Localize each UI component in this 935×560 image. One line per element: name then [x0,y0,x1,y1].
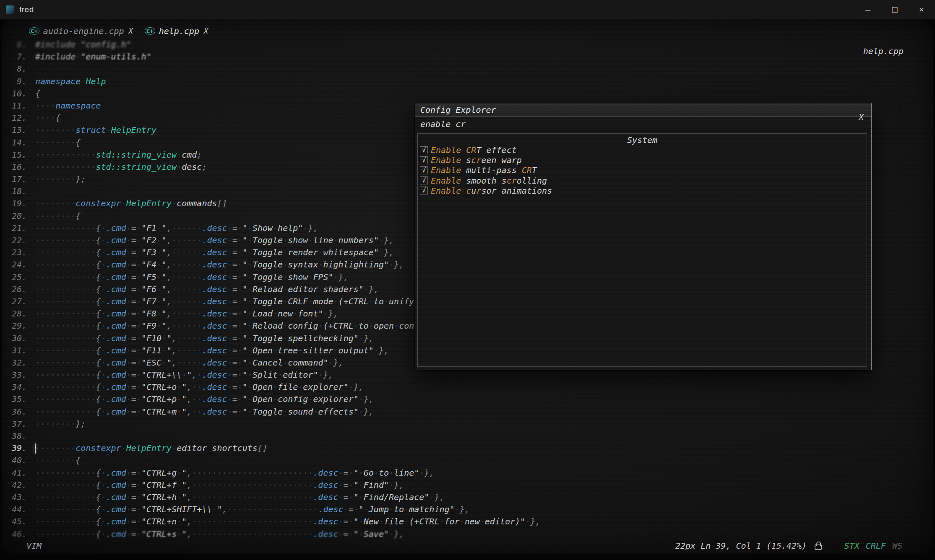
close-icon[interactable]: X [859,112,864,122]
line-number: 6. [2,39,31,51]
code-token: { [76,137,81,148]
code-token: = [131,272,136,282]
code-token: · [101,468,106,478]
checkbox-checked-icon[interactable]: √ [420,146,428,154]
code-token: }, [364,394,374,404]
code-token: · [369,296,374,306]
code-token: · [106,125,111,135]
code-token: · [247,394,253,404]
code-token: ······ [172,272,202,282]
code-token: " [161,309,167,319]
code-token: · [126,333,131,343]
code-token: "CTRL+m [141,407,177,417]
code-token: · [136,223,141,233]
code-token: ···· [35,113,55,123]
code-token: ······ [172,235,202,245]
code-token: · [126,492,131,502]
code-line[interactable]: 8. [2,63,933,75]
code-line[interactable]: 44.············{·.cmd·=·"CTRL+SHIFT+\\·"… [2,503,933,516]
tab-audio-engine.cpp[interactable]: C+audio-engine.cppX [29,26,133,36]
code-line[interactable]: 34.············{·.cmd·=·"CTRL+o·",··.des… [2,381,933,393]
code-text: #include·"enum-utils.h" [31,51,151,63]
code-line[interactable]: 39.········constexpr·HelpEntry·editor_sh… [2,442,933,454]
code-token: ············ [35,504,96,514]
code-token: { [96,504,101,514]
code-token: { [96,382,101,392]
code-line[interactable]: 43.············{·.cmd·=·"CTRL+h·",······… [2,491,933,503]
config-option[interactable]: √Enable screen warp [418,155,867,165]
option-label-part: Enable [431,145,461,155]
code-token: · [339,480,344,490]
minimize-button[interactable]: – [854,0,881,19]
code-token: · [227,345,232,355]
code-line[interactable]: 42.············{·.cmd·=·"CTRL+f·",······… [2,479,933,491]
code-line[interactable]: 46.············{·.cmd·=·"CTRL+s·",······… [2,528,933,540]
code-token: .desc [202,345,227,355]
maximize-button[interactable]: □ [881,0,908,19]
close-button[interactable]: × [908,0,935,19]
code-line[interactable]: 38. [2,430,933,442]
code-token: " [242,370,247,380]
checkbox-checked-icon[interactable]: √ [420,166,428,174]
code-token: · [136,370,141,380]
code-token: ························ [192,529,313,539]
code-token: (+CTRL [339,296,369,306]
code-token: ·· [192,394,202,404]
code-line[interactable]: 45.············{·.cmd·=·"CTRL+n·",······… [2,516,933,528]
code-token: · [237,309,242,319]
code-token: "CTRL+f [141,480,177,490]
code-line[interactable]: 7.#include·"enum-utils.h" [2,51,933,63]
code-token: · [389,504,394,514]
code-token: ······ [172,223,202,233]
code-text: ············std::string_view·cmd; [31,149,202,161]
code-text: ············{·.cmd·=·"F8·",······.desc·=… [31,308,339,320]
config-option[interactable]: √Enable cursor animations [418,186,867,196]
option-label-part: T [532,165,537,175]
config-search-input[interactable] [420,119,866,129]
code-token: · [227,382,232,392]
code-token: file [278,382,298,392]
code-line[interactable]: 41.············{·.cmd·=·"CTRL+g·",······… [2,467,933,479]
code-line[interactable]: 33.············{·.cmd·=·"CTRL+\\·",·.des… [2,369,933,381]
code-line[interactable]: 10.{ [2,88,933,100]
checkbox-checked-icon[interactable]: √ [420,176,428,184]
code-token: · [283,247,288,257]
line-number: 16. [2,161,31,173]
option-label-part: sor animations [481,186,552,196]
tab-close-icon[interactable]: X [204,27,208,35]
code-token: · [126,480,131,490]
code-token: · [308,272,313,282]
checkbox-checked-icon[interactable]: √ [420,187,428,194]
tab-close-icon[interactable]: X [129,27,133,35]
code-token: "F7 [141,296,156,306]
checkbox-checked-icon[interactable]: √ [420,156,428,164]
code-token: ····· [177,345,202,355]
code-token: explorer" [313,394,358,404]
code-token: " [242,407,247,417]
option-label-part: CR [522,165,532,175]
code-token: · [101,480,106,490]
code-line[interactable]: 9.namespace·Help [2,75,933,88]
code-token: }, [339,272,349,282]
code-line[interactable]: 36.············{·.cmd·=·"CTRL+m·",··.des… [2,406,933,418]
code-line[interactable]: 35.············{·.cmd·=·"CTRL+p·",··.des… [2,393,933,405]
status-flag-stx: STX [844,541,859,551]
code-token: .desc [313,492,338,502]
option-label-part: Enable [431,176,461,186]
tab-help.cpp[interactable]: C+help.cppX [145,26,208,36]
code-line[interactable]: 40.········{ [2,454,933,467]
line-number: 28. [2,308,31,320]
code-token: · [247,235,253,245]
code-text: ····namespace [31,100,101,112]
config-option[interactable]: √Enable multi-pass CRT [418,165,867,175]
code-line[interactable]: 37.········}; [2,418,933,430]
code-token: · [308,394,313,404]
code-token: namespace [35,76,81,86]
code-text: ········struct·HelpEntry [31,124,156,136]
code-token: · [227,296,232,306]
code-token: Help [86,76,106,86]
code-token: · [359,407,364,417]
config-option[interactable]: √Enable smooth scrolling [418,176,867,186]
config-option[interactable]: √Enable CRT effect [418,145,867,155]
code-line[interactable]: 6.#include·"config.h" [2,39,933,51]
